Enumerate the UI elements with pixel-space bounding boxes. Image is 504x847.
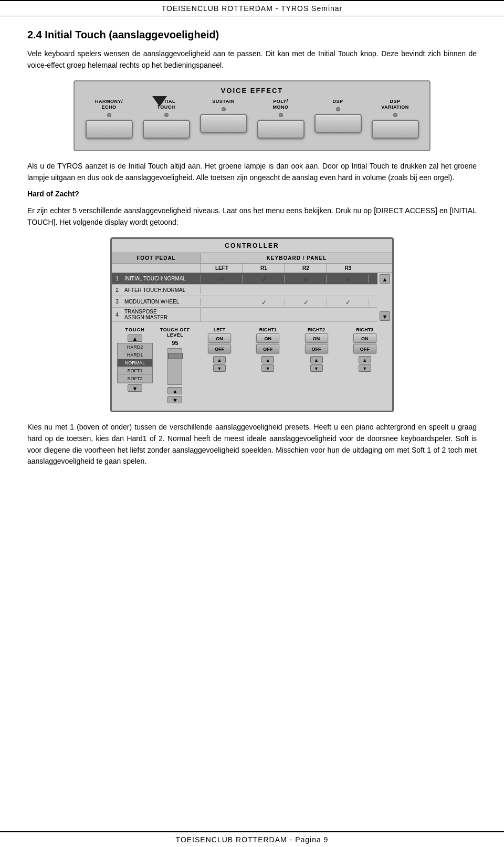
row-num-3: 3 bbox=[112, 298, 122, 306]
ve-button-harmony-echo[interactable] bbox=[86, 120, 133, 139]
row-label-3: MODULATION WHEEL bbox=[122, 298, 201, 306]
right3-scroll-down[interactable]: ▼ bbox=[359, 364, 371, 372]
touch-item-hard1[interactable]: HARD1 bbox=[118, 351, 152, 359]
on-off-label-right3: RIGHT3 bbox=[356, 327, 373, 332]
ve-title: VOICE EFFECT bbox=[83, 87, 421, 95]
off-button-left[interactable]: OFF bbox=[208, 344, 231, 353]
right2-scroll-down[interactable]: ▼ bbox=[310, 364, 323, 372]
row-check-r3-1: ✓ bbox=[327, 275, 369, 283]
section-title: 2.4 Initial Touch (aanslaggevoeligheid) bbox=[27, 29, 477, 41]
row-label-2: AFTER TOUCH:NORMAL bbox=[122, 286, 201, 294]
ctrl-col-r3-header: R3 bbox=[327, 264, 369, 273]
paragraph-final: Kies nu met 1 (boven of onder) tussen de… bbox=[27, 422, 477, 467]
row-check-r1-1: ✓ bbox=[243, 275, 285, 283]
right2-scroll-up[interactable]: ▲ bbox=[310, 356, 323, 363]
on-off-label-right2: RIGHT2 bbox=[308, 327, 325, 332]
table-row[interactable]: 1 INITIAL TOUCH:NORMAL ✓ ✓ ✓ ✓ bbox=[112, 273, 377, 285]
paragraph-1: Vele keyboard spelers wensen de aanslagg… bbox=[27, 48, 477, 71]
table-row[interactable]: 3 MODULATION WHEEL ✓ ✓ ✓ bbox=[112, 296, 377, 308]
row-num-2: 2 bbox=[112, 286, 122, 294]
touch-off-value: 95 bbox=[172, 340, 178, 346]
left-scroll-up[interactable]: ▲ bbox=[213, 356, 226, 363]
left-arrows: ▲ ▼ bbox=[213, 356, 226, 372]
ctrl-col-r1-header: R1 bbox=[243, 264, 285, 273]
touch-section: TOUCH ▲ HARD2 HARD1 NORMAL SOFT1 SOFT2 ▼ bbox=[117, 327, 153, 392]
touch-scroll-up[interactable]: ▲ bbox=[128, 334, 142, 342]
row-check-r1-3: ✓ bbox=[243, 298, 285, 306]
ve-indicator-initial-touch bbox=[164, 113, 169, 117]
ve-btn-harmony-echo: HARMONY/ECHO bbox=[86, 99, 133, 139]
on-off-group-right2: RIGHT2 ON OFF ▲ ▼ bbox=[305, 327, 328, 372]
ctrl-col-r2-header: R2 bbox=[285, 264, 327, 273]
on-button-right3[interactable]: ON bbox=[353, 333, 376, 343]
on-off-group-right1: RIGHT1 ON OFF ▲ ▼ bbox=[256, 327, 279, 372]
ctrl-rows-container: ▲ 1 INITIAL TOUCH:NORMAL ✓ ✓ ✓ ✓ 2 AFTER… bbox=[112, 273, 392, 322]
on-off-row: LEFT ON OFF ▲ ▼ RIGHT1 ON OFF bbox=[197, 327, 387, 372]
ctrl-title: CONTROLLER bbox=[112, 239, 392, 253]
ctrl-tab-foot[interactable]: FOOT PEDAL bbox=[112, 253, 201, 263]
touch-item-normal[interactable]: NORMAL bbox=[118, 359, 152, 367]
ve-btn-sustain: SUSTAIN bbox=[200, 99, 247, 133]
paragraph-2: Als u de TYROS aanzet is de Initial Touc… bbox=[27, 161, 477, 183]
right3-arrows: ▲ ▼ bbox=[359, 356, 371, 372]
ve-indicator-dsp-variation bbox=[393, 113, 397, 117]
left-scroll-down[interactable]: ▼ bbox=[213, 364, 226, 372]
touch-off-slider[interactable] bbox=[167, 348, 182, 385]
ctrl-lower: TOUCH ▲ HARD2 HARD1 NORMAL SOFT1 SOFT2 ▼… bbox=[112, 322, 392, 403]
touch-item-soft1[interactable]: SOFT1 bbox=[118, 367, 152, 375]
on-button-right2[interactable]: ON bbox=[305, 333, 328, 343]
ve-button-dsp[interactable] bbox=[314, 114, 362, 133]
ctrl-cols-header: LEFT R1 R2 R3 bbox=[112, 264, 392, 273]
ve-indicator-poly-mono bbox=[279, 113, 283, 117]
row-check-r3-3: ✓ bbox=[327, 298, 369, 306]
right1-arrows: ▲ ▼ bbox=[261, 356, 274, 372]
ctrl-col-empty bbox=[112, 264, 201, 273]
right3-scroll-up[interactable]: ▲ bbox=[359, 356, 371, 363]
on-off-group-right3: RIGHT3 ON OFF ▲ ▼ bbox=[353, 327, 376, 372]
ctrl-col-left-header: LEFT bbox=[201, 264, 243, 273]
paragraph-3: Er zijn echter 5 verschillende aanslagge… bbox=[27, 205, 477, 228]
ve-button-initial-touch[interactable] bbox=[143, 120, 190, 139]
ve-label-sustain: SUSTAIN bbox=[212, 99, 234, 104]
touch-off-scroll-down[interactable]: ▼ bbox=[167, 396, 182, 403]
ve-label-dsp: DSP bbox=[332, 99, 343, 104]
slider-handle bbox=[168, 353, 183, 359]
on-off-label-left: LEFT bbox=[214, 327, 226, 332]
ctrl-tab-keyboard[interactable]: KEYBOARD / PANEL bbox=[201, 253, 392, 263]
off-button-right1[interactable]: OFF bbox=[256, 344, 279, 353]
ve-indicator-dsp bbox=[336, 107, 340, 111]
on-off-label-right1: RIGHT1 bbox=[259, 327, 277, 332]
on-button-right1[interactable]: ON bbox=[256, 333, 279, 343]
ve-button-poly-mono[interactable] bbox=[257, 120, 304, 139]
main-content: 2.4 Initial Touch (aanslaggevoeligheid) … bbox=[0, 16, 504, 504]
row-num-1: 1 bbox=[112, 275, 122, 283]
ve-btn-dsp: DSP bbox=[314, 99, 362, 133]
page-footer: TOEISENCLUB ROTTERDAM - Pagina 9 bbox=[0, 831, 504, 847]
scroll-down-button[interactable]: ▼ bbox=[380, 311, 390, 321]
ve-label-poly-mono: POLY/MONO bbox=[273, 99, 289, 110]
touch-off-scroll-up[interactable]: ▲ bbox=[167, 387, 182, 394]
ve-label-dsp-variation: DSPVARIATION bbox=[381, 99, 409, 110]
right1-scroll-up[interactable]: ▲ bbox=[261, 356, 274, 363]
ve-button-sustain[interactable] bbox=[200, 114, 247, 133]
touch-off-label: TOUCH OFFLEVEL bbox=[160, 327, 190, 338]
ve-button-dsp-variation[interactable] bbox=[372, 120, 419, 139]
on-off-group-left: LEFT ON OFF ▲ ▼ bbox=[208, 327, 231, 372]
row-check-r2-1: ✓ bbox=[285, 275, 327, 283]
on-button-left[interactable]: ON bbox=[208, 333, 231, 343]
footer-text: TOEISENCLUB ROTTERDAM - Pagina 9 bbox=[176, 835, 329, 844]
arrow-indicator bbox=[152, 96, 167, 107]
scroll-up-button[interactable]: ▲ bbox=[380, 274, 390, 284]
row-label-1: INITIAL TOUCH:NORMAL bbox=[122, 275, 201, 283]
touch-item-soft2[interactable]: SOFT2 bbox=[118, 375, 152, 383]
off-button-right3[interactable]: OFF bbox=[353, 344, 376, 353]
off-button-right2[interactable]: OFF bbox=[305, 344, 328, 353]
table-row[interactable]: 2 AFTER TOUCH:NORMAL bbox=[112, 285, 377, 296]
table-row[interactable]: 4 TRANSPOSE ASSIGN:MASTER bbox=[112, 308, 377, 322]
right1-scroll-down[interactable]: ▼ bbox=[261, 364, 274, 372]
page-header: TOEISENCLUB ROTTERDAM - TYROS Seminar bbox=[0, 0, 504, 16]
controller-display: CONTROLLER FOOT PEDAL KEYBOARD / PANEL L… bbox=[110, 237, 394, 412]
ve-btn-poly-mono: POLY/MONO bbox=[257, 99, 304, 139]
touch-scroll-down[interactable]: ▼ bbox=[128, 384, 142, 392]
touch-item-hard2[interactable]: HARD2 bbox=[118, 343, 152, 351]
